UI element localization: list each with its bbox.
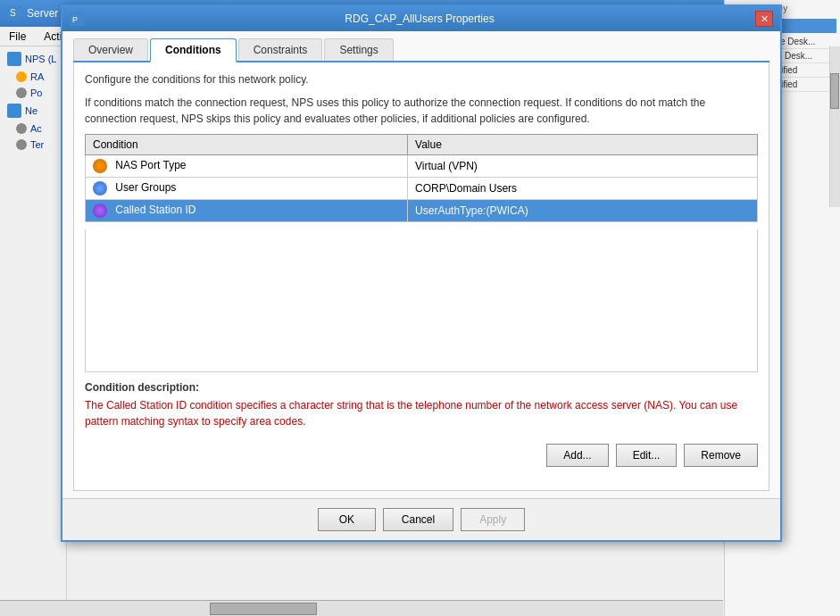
called-station-icon [93, 204, 107, 218]
svg-text:P: P [72, 15, 78, 24]
cancel-button[interactable]: Cancel [383, 508, 453, 531]
sidebar-item-nps[interactable]: NPS (L [4, 50, 62, 68]
tab-bar: Overview Conditions Constraints Settings [73, 38, 769, 62]
bottom-scrollbar-thumb[interactable] [210, 603, 317, 615]
row3-value: UserAuthType:(PWICA) [408, 200, 758, 222]
bg-sidebar: NPS (L RA Po Ne Ac Ter [0, 46, 67, 616]
table-empty-area [85, 229, 758, 372]
user-groups-icon [93, 181, 107, 196]
conditions-tab-content: Configure the conditions for this networ… [73, 62, 769, 491]
dialog-titlebar: P RDG_CAP_AllUsers Properties ✕ [62, 6, 780, 31]
sidebar-item-ra[interactable]: RA [4, 70, 62, 84]
tab-overview[interactable]: Overview [73, 38, 148, 61]
dialog-title: RDG_CAP_AllUsers Properties [84, 12, 755, 25]
body-description: If conditions match the connection reque… [85, 95, 758, 127]
sidebar-label-po: Po [30, 87, 42, 98]
dialog-footer: OK Cancel Apply [62, 498, 780, 540]
nps-icon [7, 52, 21, 66]
properties-dialog: P RDG_CAP_AllUsers Properties ✕ Overview… [61, 4, 782, 542]
ra-icon [16, 71, 27, 82]
po-icon [16, 87, 27, 98]
bottom-scrollbar[interactable] [0, 600, 723, 616]
nas-port-icon [93, 159, 107, 173]
row3-condition: Called Station ID [86, 200, 408, 222]
sidebar-label-ne: Ne [25, 105, 37, 116]
sidebar-item-ter[interactable]: Ter [4, 137, 62, 152]
svg-text:S: S [10, 8, 16, 18]
row2-condition: User Groups [86, 178, 408, 200]
right-scrollbar-thumb[interactable] [830, 73, 839, 109]
menu-file[interactable]: File [5, 29, 29, 45]
header-description: Configure the conditions for this networ… [85, 71, 758, 87]
add-button[interactable]: Add... [546, 444, 608, 467]
sidebar-label-nps: NPS (L [25, 54, 56, 64]
table-row[interactable]: NAS Port Type Virtual (VPN) [86, 155, 758, 178]
access-icon [16, 123, 27, 134]
bg-window-icon: S [7, 5, 21, 22]
sidebar-item-ne[interactable]: Ne [4, 102, 62, 120]
condition-desc-text: The Called Station ID condition specifie… [85, 397, 758, 429]
col-value: Value [408, 135, 758, 155]
edit-button[interactable]: Edit... [616, 444, 678, 467]
remove-button[interactable]: Remove [684, 444, 758, 467]
dialog-content: Overview Conditions Constraints Settings… [62, 31, 780, 498]
apply-button[interactable]: Apply [461, 508, 525, 531]
row1-value: Virtual (VPN) [408, 155, 758, 178]
dialog-controls: ✕ [755, 11, 773, 27]
condition-desc-label: Condition description: [85, 381, 758, 394]
table-row-selected[interactable]: Called Station ID UserAuthType:(PWICA) [86, 200, 758, 222]
sidebar-item-ac[interactable]: Ac [4, 121, 62, 136]
ok-button[interactable]: OK [318, 508, 376, 531]
network-icon [7, 104, 21, 118]
sidebar-label-ter: Ter [30, 139, 44, 150]
dialog-overlay: P RDG_CAP_AllUsers Properties ✕ Overview… [61, 4, 784, 562]
tab-constraints[interactable]: Constraints [238, 38, 323, 61]
row1-condition: NAS Port Type [86, 155, 408, 178]
col-condition: Condition [86, 135, 408, 155]
tab-settings[interactable]: Settings [324, 38, 393, 61]
condition-description-area: Condition description: The Called Statio… [85, 381, 758, 429]
terminal-icon [16, 139, 27, 150]
dialog-icon: P [70, 12, 84, 26]
sidebar-label-ac: Ac [30, 123, 42, 134]
table-row[interactable]: User Groups CORP\Domain Users [86, 178, 758, 200]
conditions-table: Condition Value NAS Port Type Virtual (V… [85, 134, 758, 222]
sidebar-label-ra: RA [30, 71, 44, 82]
action-buttons: Add... Edit... Remove [85, 444, 758, 467]
row2-value: CORP\Domain Users [408, 178, 758, 200]
right-scrollbar[interactable] [829, 46, 840, 207]
dialog-close-button[interactable]: ✕ [755, 11, 773, 27]
tab-conditions[interactable]: Conditions [150, 38, 237, 62]
sidebar-item-po[interactable]: Po [4, 86, 62, 100]
